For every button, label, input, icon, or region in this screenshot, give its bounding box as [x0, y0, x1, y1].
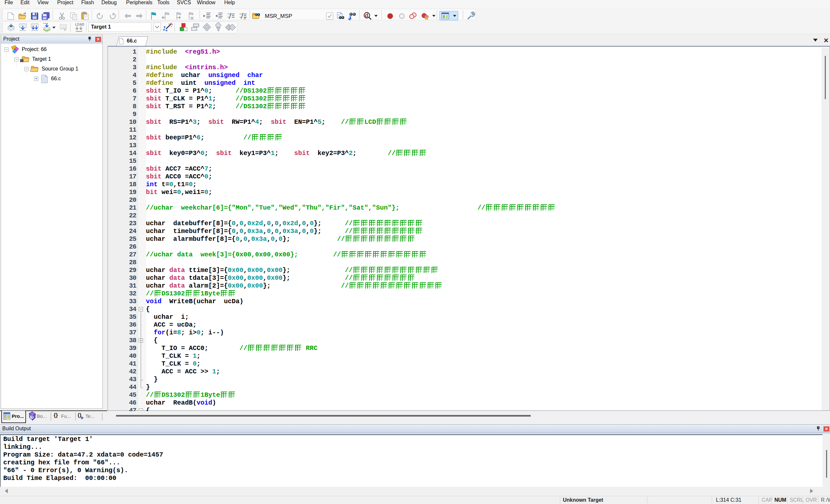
svg-text:?: ?: [31, 416, 33, 419]
svg-text:d: d: [365, 12, 368, 19]
svg-text:LOAD: LOAD: [75, 23, 84, 26]
